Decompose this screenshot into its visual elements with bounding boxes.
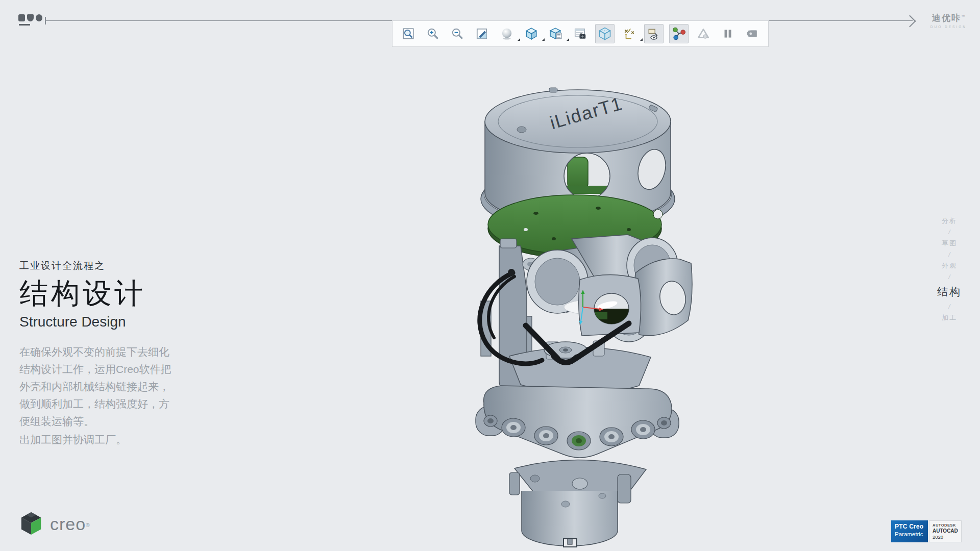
process-nav-separator: / xyxy=(930,229,969,236)
intro-block: 工业设计全流程之 结构设计 Structure Design 在确保外观不变的前… xyxy=(19,259,183,448)
lidar-exploded-model: iLidarT1 xyxy=(449,77,704,551)
autocad-badge-line3: 2020 xyxy=(933,534,958,540)
datum-display-filters-button[interactable] xyxy=(620,24,639,43)
autocad-badge-line1: AUTODESK xyxy=(933,523,958,528)
intro-kicker: 工业设计全流程之 xyxy=(19,259,183,272)
datum-display-icon xyxy=(623,27,636,40)
section-view-icon xyxy=(549,27,562,40)
page-title: 结构设计 xyxy=(19,278,183,310)
process-nav-item-structure[interactable]: 结构 xyxy=(930,285,969,299)
process-nav-item-appearance[interactable]: 外观 xyxy=(930,261,969,270)
diyouka-logo-text: 迪优咔 xyxy=(932,13,961,23)
duo-logo-underline xyxy=(19,24,30,26)
timeline-start-tick xyxy=(45,17,46,24)
autocad-badge: AUTODESK AUTOCAD 2020 xyxy=(929,520,962,542)
cad-view-toolbar xyxy=(392,20,769,47)
software-badges: PTC Creo Parametric AUTODESK AUTOCAD 202… xyxy=(891,520,962,542)
dropdown-caret-icon[interactable] xyxy=(640,38,643,41)
dropdown-caret-icon[interactable] xyxy=(542,38,545,41)
transparent-cube-icon xyxy=(598,27,612,41)
process-nav-item-sketch[interactable]: 草图 xyxy=(930,239,969,248)
process-nav-item-manufacturing[interactable]: 加工 xyxy=(930,313,969,322)
playback-icon xyxy=(746,27,759,40)
process-nav-separator: / xyxy=(930,251,969,258)
perspective-triangle-icon xyxy=(697,27,710,40)
display-style-icon xyxy=(500,27,513,40)
ptc-badge-line2: Parametric xyxy=(895,531,924,537)
creo-logo: creo® xyxy=(19,511,90,537)
perspective-view-button[interactable] xyxy=(694,24,713,43)
page-subtitle: Structure Design xyxy=(19,314,183,330)
process-nav-separator: / xyxy=(930,273,969,281)
diyouka-logo: 迪优咔™ DUO DESIGN xyxy=(930,12,967,29)
repaint-icon xyxy=(475,27,488,40)
creo-cube-icon xyxy=(19,511,43,537)
timeline-arrow-icon xyxy=(903,15,916,27)
intro-paragraph: 在确保外观不变的前提下去细化结构设计工作，运用Creo软件把外壳和内部机械结构链… xyxy=(19,343,179,430)
playback-button[interactable] xyxy=(743,24,762,43)
pause-button[interactable] xyxy=(718,24,738,43)
diyouka-logo-subtext: DUO DESIGN xyxy=(930,25,967,29)
process-nav-item-analysis[interactable]: 分析 xyxy=(930,216,969,226)
model-base-motor xyxy=(509,460,646,547)
cad-3d-viewport[interactable]: iLidarT1 xyxy=(449,77,704,551)
repaint-button[interactable] xyxy=(472,24,492,43)
refit-icon xyxy=(402,27,415,40)
zoom-out-icon xyxy=(451,27,464,40)
creo-logo-text: creo xyxy=(50,514,86,534)
view-manager-button[interactable] xyxy=(571,24,590,43)
process-nav-separator: / xyxy=(930,303,969,310)
section-view-button[interactable] xyxy=(546,24,566,43)
zoom-in-icon xyxy=(426,27,439,40)
annotation-display-button[interactable] xyxy=(644,24,664,43)
refit-button[interactable] xyxy=(399,24,418,43)
named-views-cube-icon xyxy=(525,27,538,40)
ptc-badge-line1: PTC Creo xyxy=(895,523,924,530)
zoom-out-button[interactable] xyxy=(448,24,467,43)
pause-icon xyxy=(721,27,734,40)
model-lower-housing xyxy=(476,386,679,458)
intro-description: 在确保外观不变的前提下去细化结构设计工作，运用Creo软件把外壳和内部机械结构链… xyxy=(19,343,179,448)
intro-paragraph: 出加工图并协调工厂。 xyxy=(19,431,179,448)
exploded-view-button[interactable] xyxy=(669,24,689,43)
view-manager-icon xyxy=(574,27,587,40)
duo-logo-glyph-o xyxy=(36,14,42,21)
transparent-display-button[interactable] xyxy=(595,24,615,43)
duo-logo-glyph-d xyxy=(18,14,25,21)
saved-orientations-button[interactable] xyxy=(522,24,541,43)
duo-logo-glyph-u xyxy=(27,14,34,21)
registered-mark-icon: ® xyxy=(86,522,89,528)
ptc-creo-badge: PTC Creo Parametric xyxy=(891,520,928,542)
zoom-in-button[interactable] xyxy=(423,24,443,43)
trademark-icon: ™ xyxy=(961,14,965,19)
process-nav: 分析 / 草图 / 外观 / 结构 / 加工 xyxy=(930,213,969,325)
annotation-display-icon xyxy=(647,27,660,40)
exploded-view-icon xyxy=(672,27,686,41)
dropdown-caret-icon[interactable] xyxy=(518,38,520,41)
duo-logo xyxy=(18,14,42,26)
display-style-button[interactable] xyxy=(497,24,517,43)
dropdown-caret-icon[interactable] xyxy=(567,38,569,41)
autocad-badge-line2: AUTOCAD xyxy=(933,528,958,534)
